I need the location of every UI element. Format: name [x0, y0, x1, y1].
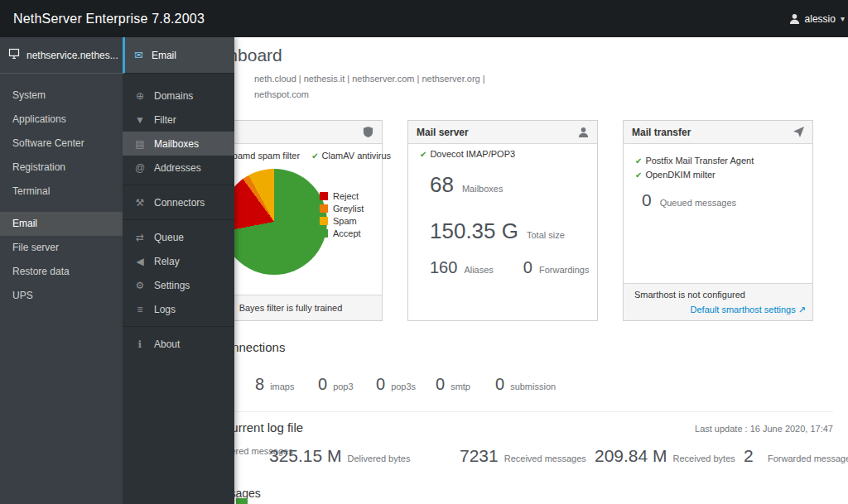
check-item: ✔Postfix Mail Transfer Agent	[635, 154, 754, 168]
submenu-item-label: Filter	[154, 114, 176, 126]
user-menu[interactable]: alessio ▾	[779, 0, 848, 37]
submenu-item-domains[interactable]: ⊕ Domains	[123, 84, 234, 108]
host-name: nethservice.nethes...	[26, 50, 118, 61]
smtp-stat: 0 smtp	[436, 375, 470, 394]
submenu-list: ⊕ Domains ▼ Filter ▤ Mailboxes @ Address…	[123, 84, 234, 356]
legend-label: Spam	[333, 216, 357, 226]
submenu-item-about[interactable]: ℹ About	[123, 332, 234, 356]
stat-value: 0	[376, 375, 385, 394]
last-update-text: Last update : 16 June 2020, 17:47	[695, 424, 833, 434]
mail-server-card-header: Mail server	[408, 121, 597, 144]
pie-legend: Reject Greylist Spam Accept	[320, 191, 364, 241]
sidebar-item-software-center[interactable]: Software Center	[0, 132, 123, 156]
host-selector[interactable]: nethservice.nethes...	[0, 37, 123, 74]
submenu-divider	[123, 326, 234, 327]
stat-label: Delivered bytes	[348, 454, 411, 463]
shield-icon	[363, 127, 373, 137]
stat-value: 150.35 G	[430, 218, 518, 244]
legend-swatch	[320, 217, 328, 225]
top-bar: NethServer Enterprise 7.8.2003 alessio ▾	[0, 0, 848, 37]
stat-value: 2	[744, 446, 762, 466]
email-icon: ✉	[134, 49, 143, 61]
domains-icon: ⊕	[134, 90, 146, 102]
legend-item-accept[interactable]: Accept	[320, 228, 364, 238]
connectors-icon: ⚒	[134, 197, 146, 209]
stat-value: 0	[318, 375, 327, 394]
user-icon	[789, 13, 800, 24]
submenu-item-connectors[interactable]: ⚒ Connectors	[123, 190, 234, 214]
queued-messages-stat: 0 Queued messages	[642, 190, 736, 210]
stat-label: Forwarded messages	[768, 454, 848, 463]
submenu-item-settings[interactable]: ⚙ Settings	[123, 273, 234, 297]
submenu-divider	[123, 219, 234, 220]
legend-label: Accept	[333, 228, 361, 238]
submenu-item-addresses[interactable]: @ Addresses	[123, 156, 234, 180]
total-size-stat: 150.35 G Total size	[430, 218, 565, 244]
legend-label: Reject	[333, 191, 359, 201]
mail-server-card-title: Mail server	[417, 127, 469, 138]
sidebar-nav: System Applications Software Center Regi…	[0, 84, 123, 308]
email-submenu: ✉ Email ⊕ Domains ▼ Filter ▤ Mailboxes @…	[123, 37, 234, 504]
submission-stat: 0 submission	[495, 375, 556, 394]
check-item: ✔Dovecot IMAP/POP3	[420, 149, 515, 159]
sidebar-item-applications[interactable]: Applications	[0, 108, 123, 132]
pop3-stat: 0 pop3	[318, 375, 354, 394]
stat-value: 0	[495, 375, 504, 394]
stat-value: 209.84 M	[595, 446, 667, 466]
stat-label: Mailboxes	[462, 184, 504, 194]
gear-icon: ⚙	[134, 280, 146, 291]
sidebar-item-file-server[interactable]: File server	[0, 236, 123, 260]
check-icon: ✔	[635, 156, 642, 166]
legend-item-spam[interactable]: Spam	[320, 216, 364, 226]
submenu-item-filter[interactable]: ▼ Filter	[123, 108, 234, 132]
submenu-item-label: Mailboxes	[154, 138, 199, 150]
submenu-item-label: Connectors	[154, 197, 205, 209]
legend-swatch	[320, 229, 328, 238]
sidebar-item-ups[interactable]: UPS	[0, 284, 123, 308]
submenu-item-logs[interactable]: ≡ Logs	[123, 297, 234, 321]
server-icon	[8, 48, 20, 62]
sidebar-item-registration[interactable]: Registration	[0, 156, 123, 180]
queue-icon: ⇄	[134, 232, 146, 243]
legend-item-greylist[interactable]: Greylist	[320, 204, 364, 214]
mail-transfer-status-checks: ✔Postfix Mail Transfer Agent ✔OpenDKIM m…	[635, 154, 754, 182]
sidebar-item-system[interactable]: System	[0, 84, 123, 108]
stat-value: 0	[523, 258, 532, 277]
mail-domains-line: nethspot.com	[254, 87, 485, 103]
submenu-item-label: About	[154, 338, 180, 350]
mail-server-card: Mail server ✔Dovecot IMAP/POP3 68 Mailbo…	[407, 120, 598, 321]
legend-item-reject[interactable]: Reject	[320, 191, 364, 201]
stat-label: smtp	[450, 382, 470, 391]
stat-value: 7231	[460, 446, 499, 466]
stat-label: Received bytes	[673, 454, 735, 463]
smarthost-settings-link[interactable]: Default smarthost settings ↗	[691, 305, 806, 315]
submenu-item-email[interactable]: ✉ Email	[123, 37, 234, 74]
sidebar-divider	[0, 204, 123, 212]
link-label: Default smarthost settings	[691, 305, 796, 314]
submenu-item-mailboxes[interactable]: ▤ Mailboxes	[123, 132, 234, 156]
received-messages-stat: 7231 Received messages	[460, 446, 586, 466]
submenu-item-label: Email	[152, 50, 176, 61]
sidebar-item-terminal[interactable]: Terminal	[0, 180, 123, 204]
addresses-icon: @	[134, 162, 146, 174]
stat-label: submission	[510, 382, 556, 391]
submenu-item-label: Logs	[154, 304, 176, 315]
chevron-down-icon: ▾	[841, 14, 845, 23]
mail-transfer-card: Mail transfer ✔Postfix Mail Transfer Age…	[623, 120, 813, 321]
mail-domains-line: neth.cloud | nethesis.it | nethserver.co…	[254, 71, 485, 87]
mailboxes-stat: 68 Mailboxes	[430, 172, 503, 198]
submenu-item-relay[interactable]: ◀ Relay	[123, 249, 234, 273]
stat-value: 0	[436, 375, 445, 394]
mail-transfer-card-header: Mail transfer	[624, 121, 812, 144]
sidebar-item-restore-data[interactable]: Restore data	[0, 260, 123, 284]
submenu-item-label: Queue	[154, 232, 184, 243]
stat-label: pop3s	[391, 382, 416, 391]
submenu-item-label: Addresses	[154, 162, 201, 174]
app-title: NethServer Enterprise 7.8.2003	[13, 12, 205, 26]
stat-label: Aliases	[464, 265, 493, 275]
submenu-item-queue[interactable]: ⇄ Queue	[123, 225, 234, 249]
aliases-forwardings-row: 160 Aliases 0 Forwardings	[430, 258, 590, 277]
sidebar-item-email[interactable]: Email	[0, 212, 123, 236]
stat-value: 68	[430, 172, 454, 198]
smarthost-status-text: Smarthost is not configured	[634, 290, 745, 300]
